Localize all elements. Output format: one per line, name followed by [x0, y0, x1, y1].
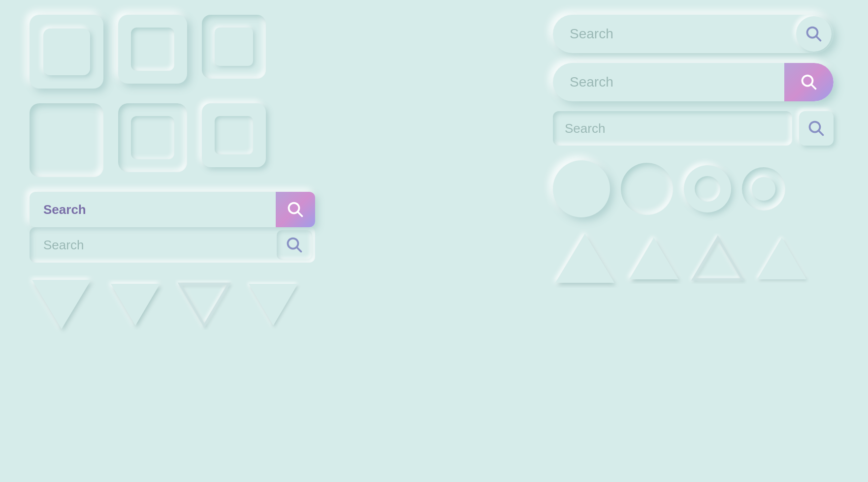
search-placeholder-2: Search: [30, 238, 277, 253]
tri-svg-1: [30, 277, 94, 331]
tri-svg-2: [108, 281, 162, 328]
svg-marker-15: [629, 238, 678, 279]
triangles-right-row: [553, 231, 834, 287]
search-bar-right-1[interactable]: Search: [553, 15, 834, 53]
svg-marker-7: [249, 284, 298, 326]
tri-r-svg-1: [553, 231, 617, 285]
triangle-left-3: [177, 281, 231, 328]
tri-svg-4: [246, 281, 300, 328]
triangle-left-1: [30, 277, 94, 331]
search-gradient-button-1[interactable]: [276, 192, 315, 227]
svg-marker-17: [757, 238, 806, 279]
search-placeholder-r3: Search: [565, 121, 605, 136]
canvas: Search Search: [0, 0, 868, 482]
svg-marker-4: [32, 280, 91, 329]
circle-3: [684, 165, 731, 212]
circles-row: [553, 160, 834, 217]
square-1: [30, 15, 103, 89]
tri-r-svg-4: [755, 235, 809, 282]
square-2: [118, 15, 187, 84]
tri-svg-3: [177, 281, 231, 328]
svg-line-11: [811, 85, 815, 89]
svg-marker-5: [111, 284, 160, 326]
squares-row-2: [30, 103, 374, 177]
triangle-left-4: [246, 281, 300, 328]
right-panel: Search Search: [553, 15, 834, 287]
search-bar-left-2[interactable]: Search: [30, 227, 315, 263]
circle-2: [621, 163, 673, 215]
triangle-right-4: [755, 235, 809, 284]
magnify-icon-1: [287, 201, 304, 218]
circle-4: [742, 167, 785, 211]
svg-line-3: [297, 247, 301, 251]
left-panel: Search Search: [30, 15, 374, 331]
triangle-left-2: [108, 281, 162, 328]
triangle-right-3: [691, 235, 745, 284]
magnify-icon-r1: [805, 25, 823, 43]
tri-r-svg-2: [627, 235, 681, 282]
svg-marker-14: [555, 234, 614, 283]
search-sq-btn-3[interactable]: [799, 111, 834, 146]
magnify-icon-r2: [800, 73, 818, 91]
tri-r-svg-3: [691, 235, 745, 282]
search-circle-btn-1[interactable]: [796, 16, 832, 52]
triangles-left-row: [30, 277, 374, 331]
svg-line-9: [816, 36, 820, 40]
search-gradient-btn-2[interactable]: [784, 63, 834, 101]
circle-1: [553, 160, 610, 217]
triangle-right-2: [627, 235, 681, 284]
magnify-icon-r3: [807, 120, 825, 137]
square-5: [118, 103, 187, 172]
triangle-right-1: [553, 231, 617, 287]
search-bar-left-1[interactable]: Search: [30, 192, 315, 227]
search-placeholder-r2: Search: [553, 74, 784, 90]
search-bar-right-3[interactable]: Search: [553, 111, 792, 146]
svg-marker-16: [693, 238, 742, 279]
search-inset-button-2[interactable]: [277, 230, 312, 260]
search-placeholder-1: Search: [30, 202, 276, 217]
search-bar-right-2[interactable]: Search: [553, 63, 834, 101]
search-bars-right: Search Search: [553, 15, 834, 146]
square-6: [202, 103, 266, 167]
magnify-icon-2: [286, 236, 303, 254]
search-bar-right-3-wrap: Search: [553, 111, 834, 146]
svg-marker-6: [180, 284, 229, 326]
squares-row-1: [30, 15, 374, 89]
search-placeholder-r1: Search: [553, 26, 796, 42]
svg-line-1: [298, 212, 302, 216]
svg-line-13: [819, 131, 823, 135]
square-3: [202, 15, 266, 79]
square-4: [30, 103, 103, 177]
